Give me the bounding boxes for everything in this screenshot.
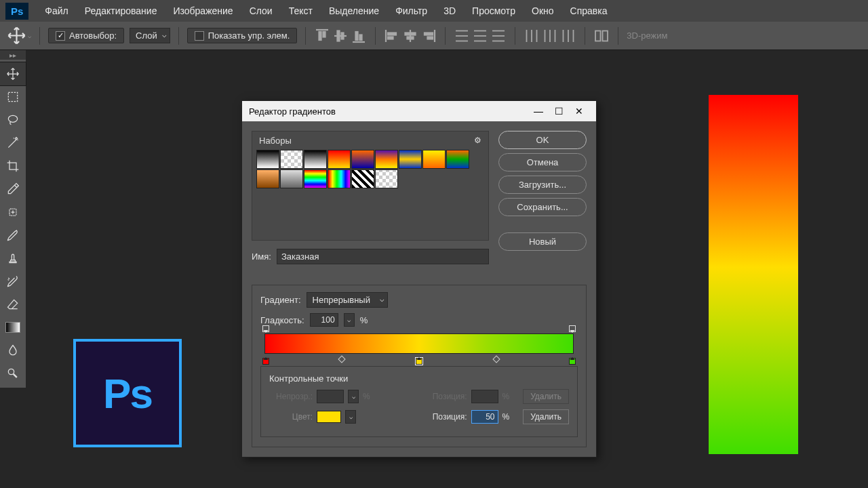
opacity-stop[interactable] — [569, 325, 576, 332]
history-brush-tool[interactable] — [0, 270, 26, 293]
eraser-tool[interactable] — [0, 293, 26, 316]
menu-file[interactable]: Файл — [37, 5, 76, 16]
align-bottom-icon[interactable] — [351, 28, 367, 44]
move-tool[interactable] — [0, 62, 26, 85]
preset-swatch[interactable] — [256, 150, 279, 169]
delete-color-button[interactable]: Удалить — [523, 409, 569, 424]
menu-filter[interactable]: Фильтр — [387, 5, 435, 16]
brush-tool[interactable] — [0, 224, 26, 247]
cancel-button[interactable]: Отмена — [498, 153, 587, 171]
color-position-input[interactable] — [471, 410, 498, 424]
midpoint-stop[interactable] — [492, 355, 500, 363]
toolbox-collapse-icon[interactable]: ▸▸ — [0, 50, 26, 60]
preset-swatch[interactable] — [304, 169, 327, 188]
align-left-icon[interactable] — [384, 28, 400, 44]
clone-stamp-tool[interactable] — [0, 247, 26, 270]
gradient-bar-editor[interactable] — [264, 333, 574, 354]
menu-3d[interactable]: 3D — [435, 5, 464, 16]
stops-title: Контрольные точки — [269, 373, 569, 384]
preset-swatch[interactable] — [351, 169, 374, 188]
preset-swatch[interactable] — [399, 150, 422, 169]
dialog-titlebar[interactable]: Редактор градиентов — ☐ ✕ — [242, 101, 596, 121]
checkbox-icon[interactable] — [195, 31, 204, 41]
smoothness-input[interactable] — [310, 313, 338, 327]
distribute-top-icon[interactable] — [454, 28, 470, 44]
presets-panel: Наборы ⚙ — [252, 131, 489, 241]
autoselect-target-select[interactable]: Слой — [130, 28, 170, 43]
menu-view[interactable]: Просмотр — [464, 5, 524, 16]
preset-swatch[interactable] — [375, 150, 398, 169]
preset-swatch[interactable] — [328, 150, 351, 169]
lasso-tool[interactable] — [0, 108, 26, 131]
svg-point-39 — [8, 115, 17, 122]
preset-swatch[interactable] — [304, 150, 327, 169]
chevron-down-icon[interactable]: ⌵ — [345, 410, 356, 424]
color-swatch[interactable] — [317, 411, 341, 423]
preset-swatch[interactable] — [351, 150, 374, 169]
chevron-down-icon[interactable]: ⌵ — [344, 313, 355, 327]
minimize-icon[interactable]: — — [528, 102, 549, 121]
distribute-group-2 — [524, 28, 576, 44]
show-transform-checkbox[interactable]: Показать упр. элем. — [187, 28, 298, 43]
menu-layers[interactable]: Слои — [241, 5, 281, 16]
magic-wand-tool[interactable] — [0, 131, 26, 155]
preset-swatch[interactable] — [280, 169, 303, 188]
gradient-editor-dialog: Редактор градиентов — ☐ ✕ Наборы ⚙ Имя: … — [241, 100, 597, 458]
preset-swatch[interactable] — [256, 169, 279, 188]
svg-rect-13 — [406, 33, 416, 35]
gradient-preview-bar[interactable] — [264, 333, 574, 354]
color-stop[interactable] — [569, 358, 576, 365]
crop-tool[interactable] — [0, 155, 26, 178]
menu-select[interactable]: Выделение — [321, 5, 387, 16]
menu-text[interactable]: Текст — [281, 5, 321, 16]
load-button[interactable]: Загрузить... — [498, 176, 587, 194]
distribute-hcenter-icon[interactable] — [542, 28, 558, 44]
close-icon[interactable]: ✕ — [569, 102, 589, 121]
color-stop-selected[interactable] — [416, 358, 422, 365]
align-top-icon[interactable] — [314, 28, 330, 44]
distribute-left-icon[interactable] — [524, 28, 540, 44]
auto-align-icon[interactable] — [593, 28, 610, 44]
healing-brush-tool[interactable] — [0, 201, 26, 224]
distribute-right-icon[interactable] — [560, 28, 576, 44]
blur-tool[interactable] — [0, 339, 26, 362]
menu-window[interactable]: Окно — [524, 5, 562, 16]
preset-swatch[interactable] — [446, 150, 469, 169]
eyedropper-tool[interactable] — [0, 178, 26, 201]
menu-image[interactable]: Изображение — [165, 5, 241, 16]
menubar: Ps Файл Редактирование Изображение Слои … — [0, 0, 868, 22]
color-stop[interactable] — [262, 358, 269, 365]
delete-opacity-button: Удалить — [523, 389, 569, 404]
menu-edit[interactable]: Редактирование — [77, 5, 165, 16]
marquee-tool[interactable] — [0, 85, 26, 108]
color-label: Цвет: — [269, 412, 313, 422]
opacity-label: Непрозр.: — [269, 392, 313, 401]
mode-3d-label[interactable]: 3D-режим — [627, 30, 667, 41]
distribute-vcenter-icon[interactable] — [472, 28, 488, 44]
svg-point-41 — [8, 369, 14, 374]
menu-help[interactable]: Справка — [562, 5, 616, 16]
preset-swatch[interactable] — [328, 169, 351, 188]
gradient-name-input[interactable] — [277, 249, 489, 264]
save-button[interactable]: Сохранить... — [498, 198, 587, 216]
svg-rect-2 — [323, 32, 326, 37]
preset-swatch[interactable] — [422, 150, 446, 169]
checkbox-icon[interactable] — [56, 31, 65, 41]
gradient-tool[interactable] — [0, 316, 26, 339]
distribute-bottom-icon[interactable] — [490, 28, 507, 44]
autoselect-checkbox[interactable]: Автовыбор: — [48, 28, 124, 43]
current-tool-icon[interactable]: ⌵ — [7, 26, 31, 46]
gear-icon[interactable]: ⚙ — [474, 136, 481, 146]
midpoint-stop[interactable] — [338, 355, 345, 363]
align-hcenter-icon[interactable] — [402, 28, 418, 44]
align-vcenter-icon[interactable] — [332, 28, 349, 44]
ok-button[interactable]: OK — [498, 131, 587, 149]
maximize-icon[interactable]: ☐ — [549, 102, 569, 121]
align-right-icon[interactable] — [420, 28, 437, 44]
gradient-type-select[interactable]: Непрерывный — [307, 292, 388, 308]
preset-swatch[interactable] — [280, 150, 303, 169]
opacity-stop[interactable] — [262, 325, 269, 332]
preset-swatch[interactable] — [375, 169, 398, 188]
dodge-tool[interactable] — [0, 362, 26, 385]
new-button[interactable]: Новый — [498, 232, 587, 251]
